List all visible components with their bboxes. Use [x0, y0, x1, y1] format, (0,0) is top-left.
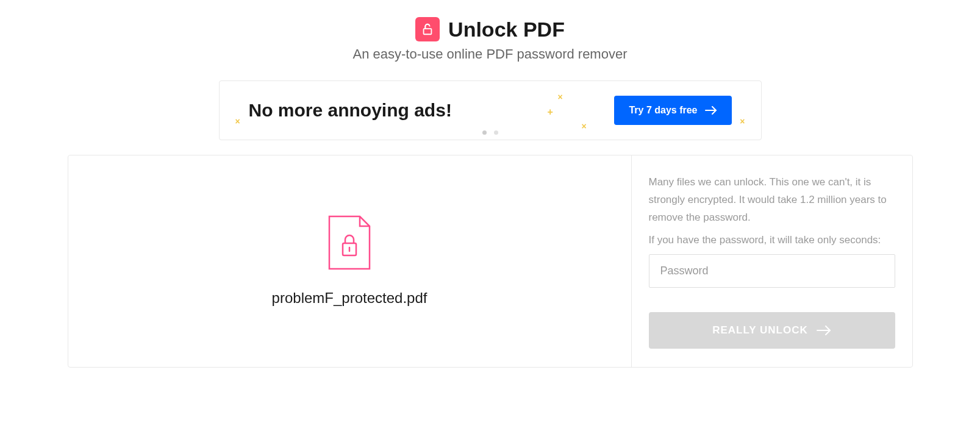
title-row: Unlock PDF: [0, 17, 980, 41]
carousel-dots: [482, 130, 498, 135]
file-panel: problemF_protected.pdf: [68, 155, 632, 367]
page-header: Unlock PDF An easy-to-use online PDF pas…: [0, 17, 980, 62]
sparkle-icon: ×: [740, 116, 745, 126]
sparkle-icon: ×: [235, 116, 240, 126]
page-subtitle: An easy-to-use online PDF password remov…: [0, 46, 980, 62]
arrow-right-icon: [817, 326, 831, 335]
carousel-dot[interactable]: [494, 130, 498, 135]
unlock-button-label: REALLY UNLOCK: [712, 324, 808, 336]
unlock-icon: [415, 17, 440, 41]
promo-banner: × + × × × No more annoying ads! Try 7 da…: [219, 80, 762, 140]
info-text-prompt: If you have the password, it will take o…: [649, 232, 895, 249]
locked-file-icon: [326, 215, 373, 275]
carousel-dot[interactable]: [482, 130, 487, 135]
try-free-label: Try 7 days free: [629, 105, 697, 116]
sparkle-icon: +: [548, 107, 553, 118]
main-panel: problemF_protected.pdf Many files we can…: [68, 155, 913, 368]
action-panel: Many files we can unlock. This one we ca…: [632, 155, 912, 367]
sparkle-icon: ×: [582, 121, 587, 131]
sparkle-icon: ×: [558, 92, 563, 102]
unlock-button[interactable]: REALLY UNLOCK: [649, 312, 895, 349]
page-title: Unlock PDF: [448, 18, 565, 41]
try-free-button[interactable]: Try 7 days free: [614, 96, 731, 125]
promo-headline: No more annoying ads!: [249, 100, 452, 121]
file-name: problemF_protected.pdf: [272, 290, 427, 307]
password-input[interactable]: [649, 254, 895, 288]
svg-rect-0: [424, 29, 432, 34]
arrow-right-icon: [705, 106, 717, 115]
info-text-encryption: Many files we can unlock. This one we ca…: [649, 174, 895, 227]
